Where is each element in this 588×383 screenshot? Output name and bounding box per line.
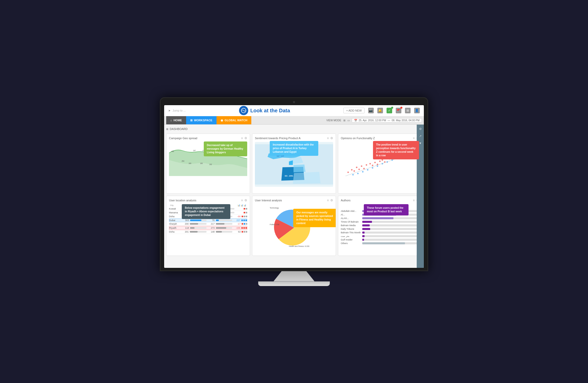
view-mode-label: VIEW MODE bbox=[326, 119, 341, 122]
widget-actions-location: ≡ ⚙ bbox=[241, 199, 247, 202]
svg-point-17 bbox=[358, 168, 360, 170]
widget-settings-icon-campaign[interactable]: ⚙ bbox=[244, 136, 247, 140]
author-name-6: Bahrain This Month bbox=[341, 231, 361, 234]
user-icon[interactable]: 👤 bbox=[414, 108, 420, 113]
logo-area: Look at the Data bbox=[239, 106, 290, 115]
svg-point-15 bbox=[354, 170, 355, 172]
view-mode-list-icon[interactable]: ▭ bbox=[347, 119, 350, 122]
dashboard-label: DASHBOARD bbox=[170, 127, 188, 130]
widget-authors: Authors ≡ ⚙ These forum users posted the… bbox=[338, 196, 422, 256]
dashboard-icon: ⊞ bbox=[166, 128, 168, 130]
author-bar-6 bbox=[362, 232, 419, 234]
widget-actions-interest: ≡ ⚙ bbox=[327, 199, 333, 202]
tooltip-authors: These forum users posted the most on Pro… bbox=[364, 204, 409, 215]
svg-point-13 bbox=[347, 171, 349, 173]
svg-point-23 bbox=[374, 162, 376, 163]
widget-settings-icon-interest[interactable]: ⚙ bbox=[330, 199, 333, 202]
svg-point-14 bbox=[351, 169, 353, 170]
widget-title-sentiment: Sentiment towards Pricing Product A bbox=[255, 137, 301, 140]
check-icon[interactable]: ✓ bbox=[387, 108, 392, 113]
author-name-5: Daily Tribune bbox=[341, 228, 361, 230]
svg-point-18 bbox=[361, 165, 362, 167]
author-bar-3 bbox=[362, 221, 419, 223]
svg-text:192: 192 bbox=[209, 163, 212, 165]
author-name-2: ALAH... bbox=[341, 217, 361, 220]
svg-text:287: 287 bbox=[193, 149, 196, 151]
widget-actions-campaign: ≡ ⚙ bbox=[241, 136, 247, 140]
svg-text:Health and Fitness: 8 209: Health and Fitness: 8 209 bbox=[289, 245, 309, 247]
nav-right: VIEW MODE ⊞ ▭ 📅 25. Apr. 2016, 12:00 PM … bbox=[326, 118, 424, 123]
svg-point-31 bbox=[352, 174, 354, 175]
nav-tab-home[interactable]: ⌂ HOME bbox=[166, 116, 186, 124]
nav-tab-workspace[interactable]: ⊞ WORKSPACE bbox=[186, 116, 217, 124]
location-row-sharjah: Sharjah 200 217 -17 bbox=[169, 222, 247, 226]
calendar-icon: 📅 bbox=[354, 119, 357, 122]
author-bar-4 bbox=[362, 224, 419, 226]
sidebar-gear-icon[interactable]: ⚙ bbox=[419, 127, 422, 131]
logo-icon bbox=[239, 106, 248, 115]
author-row-3: Times Of Bahrain bbox=[341, 220, 419, 224]
flag-icon[interactable]: 🚩 bbox=[396, 108, 401, 113]
dashboard-grid: Campaign Geo spread ≡ ⚙ Decreased take u… bbox=[166, 134, 422, 256]
svg-point-19 bbox=[363, 168, 365, 169]
author-bar-5 bbox=[362, 228, 419, 230]
widget-header-location: User location analysis ≡ ⚙ bbox=[169, 199, 247, 202]
workspace-icon: ⊞ bbox=[190, 119, 193, 122]
date-separator: — bbox=[388, 119, 390, 122]
author-row-8: Gulf Insider bbox=[341, 238, 419, 242]
svg-point-22 bbox=[372, 165, 373, 166]
view-mode-grid-icon[interactable]: ⊞ bbox=[343, 119, 345, 122]
svg-point-20 bbox=[366, 164, 367, 166]
jump-to-text: Jump to ... bbox=[173, 109, 186, 112]
author-name-7: بحر ست bbox=[341, 235, 361, 237]
nav-tab-global-watch[interactable]: ◉ GLOBAL WATCH bbox=[217, 116, 252, 124]
home-icon: ⌂ bbox=[170, 119, 172, 122]
top-bar: ➤ Jump to ... Look at the Data + ADD NEW… bbox=[164, 105, 424, 116]
sidebar-arrow-icon[interactable]: ▼ bbox=[419, 141, 422, 145]
tooltip-opinions: The positive trend in user perception to… bbox=[373, 141, 419, 159]
author-name-8: Gulf Insider bbox=[341, 238, 361, 241]
tooltip-sentiment: Increased dissatisfaction with the price… bbox=[270, 141, 318, 156]
grid-icon[interactable]: ⊞ bbox=[405, 108, 411, 113]
widget-menu-icon-opinions[interactable]: ≡ bbox=[413, 136, 415, 140]
camera-icon[interactable]: 📷 bbox=[368, 108, 374, 113]
widget-title-authors: Authors bbox=[341, 199, 350, 202]
sidebar-trend-icon[interactable]: ↗ bbox=[419, 134, 422, 138]
tooltip-campaign: Decreased take up of messages by German … bbox=[204, 141, 247, 156]
tooltip-location: Below expectations engagement in Riyadh … bbox=[182, 204, 230, 219]
widget-menu-icon-authors[interactable]: ≡ bbox=[413, 199, 415, 202]
svg-point-39 bbox=[391, 159, 393, 161]
author-row-5: Daily Tribune bbox=[341, 227, 419, 231]
workspace-label: WORKSPACE bbox=[194, 119, 212, 122]
widget-sentiment: Sentiment towards Pricing Product A ≡ ⚙ … bbox=[252, 134, 336, 194]
bell-icon[interactable]: 🔔 bbox=[377, 108, 383, 113]
location-row-dubai: Dubai 303 76 227 bbox=[169, 218, 247, 222]
date-picker[interactable]: 📅 25. Apr. 2016, 12:00 PM — 08. May 2016… bbox=[352, 118, 422, 123]
monitor-body: ➤ Jump to ... Look at the Data + ADD NEW… bbox=[160, 97, 428, 271]
widget-settings-icon-sentiment[interactable]: ⚙ bbox=[330, 136, 333, 140]
widget-campaign-geo: Campaign Geo spread ≡ ⚙ Decreased take u… bbox=[166, 134, 250, 194]
main-content: ⊞ DASHBOARD ⋮ Campaign Geo spread bbox=[164, 125, 424, 268]
svg-text:254: 254 bbox=[182, 160, 185, 162]
widget-settings-icon-location[interactable]: ⚙ bbox=[244, 199, 247, 202]
add-new-button[interactable]: + ADD NEW bbox=[343, 108, 365, 113]
svg-point-26 bbox=[382, 159, 383, 161]
widget-header-campaign: Campaign Geo spread ≡ ⚙ bbox=[169, 136, 247, 140]
dashboard-header: ⊞ DASHBOARD ⋮ bbox=[166, 127, 422, 132]
widget-menu-icon-location[interactable]: ≡ bbox=[241, 199, 243, 202]
svg-point-16 bbox=[356, 167, 357, 168]
flag-badge bbox=[400, 107, 402, 109]
widget-menu-icon-sentiment[interactable]: ≡ bbox=[327, 136, 329, 140]
author-row-7: بحر ست bbox=[341, 234, 419, 238]
author-bar-7 bbox=[362, 235, 419, 237]
location-row-doha2: Doha 201 148 53 bbox=[169, 230, 247, 234]
global-watch-icon: ◉ bbox=[221, 119, 223, 122]
date-to: 08. May 2016, 04:00 PM bbox=[392, 119, 420, 122]
home-label: HOME bbox=[174, 119, 182, 122]
widget-menu-icon-interest[interactable]: ≡ bbox=[327, 199, 329, 202]
widget-menu-icon-campaign[interactable]: ≡ bbox=[241, 136, 243, 140]
svg-text:160: 160 bbox=[189, 162, 191, 164]
widget-actions-sentiment: ≡ ⚙ bbox=[327, 136, 333, 140]
widget-user-interest: User Interest analysis ≡ ⚙ Our messages … bbox=[252, 196, 336, 256]
author-bar-9 bbox=[362, 242, 419, 244]
